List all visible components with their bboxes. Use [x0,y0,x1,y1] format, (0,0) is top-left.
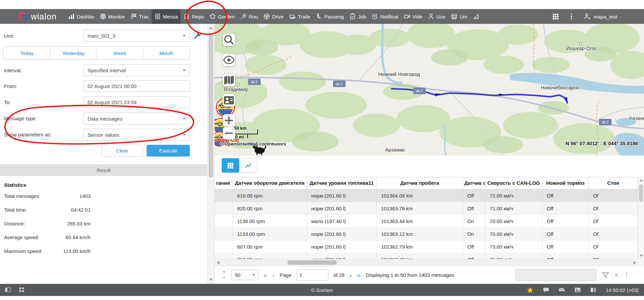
road-badge-m7: M-7 [333,81,345,87]
tab-month[interactable]: Month [143,47,190,59]
map-canvas[interactable]: Йошкар-ОлаНижний НовгородВладимирНовочеб… [215,24,644,156]
chat-icon[interactable] [543,287,549,293]
scroll-left-icon[interactable] [215,259,221,266]
scroll-down-icon[interactable] [640,255,643,257]
nav-item-drivers[interactable]: Drive [261,9,286,24]
scrollbar-thumb[interactable] [287,260,337,265]
to-input[interactable]: 02 August 2021 23:59 [83,96,190,108]
nav-item-jobs[interactable]: Job [346,9,369,24]
top-nav: wialon DashboMonitorTracMessaRepoGeofenR… [0,9,644,24]
table-row[interactable]: 820.00 rpmнорм (201.60 l)101363.76 kmOff… [215,202,638,215]
scroll-up-icon[interactable] [640,179,643,181]
table-view-button[interactable] [222,158,239,173]
drivers-icon [263,13,270,20]
nav-item-reports[interactable]: Repo [180,9,207,24]
map-layers-button[interactable] [223,74,235,86]
nav-item-monitoring[interactable]: Monitor [97,9,128,24]
message-type-value: Data messages [88,116,122,122]
city-marker [237,83,239,86]
layout-icon[interactable] [590,287,597,293]
tab-week[interactable]: Week [97,47,144,59]
scrollbar-thumb[interactable] [639,184,643,202]
table-cell: Off [542,202,589,215]
scroll-down-icon[interactable] [209,278,213,281]
scrollbar-thumb[interactable] [209,33,213,178]
tab-yesterday[interactable]: Yesterday [50,47,97,59]
to-label: To: [4,99,11,105]
table-row[interactable]: 810.00 rpmнорм (201.60 l)101362.40 kmOff… [215,253,638,259]
favorites-star-icon[interactable] [527,287,534,294]
from-input[interactable]: 02 August 2021 00:00 [83,80,190,92]
nav-item-passengers[interactable]: Passeng [313,9,346,24]
column-header[interactable]: Ножной тормоз [542,177,589,189]
apps-grid-icon[interactable] [552,13,559,20]
execute-button[interactable]: Execute [147,145,190,157]
table-cell: норм (201.60 l) [307,202,377,215]
table-vertical-scrollbar[interactable] [638,177,644,259]
first-page-button[interactable]: « [263,271,267,279]
chart-view-button[interactable] [240,158,257,173]
nav-item-tracks[interactable]: Trac [128,9,152,24]
nav-item-users[interactable]: Use [425,9,448,24]
user-menu[interactable]: mapa_test [584,13,617,20]
map-driver-card-button[interactable] [223,94,235,106]
next-page-button[interactable]: › [350,271,352,279]
users-icon [428,13,434,20]
column-header[interactable]: Датчик уровня топлива11 [307,177,377,189]
unit-select[interactable]: mani_001_3 [83,30,190,42]
panel-scrollbar[interactable] [207,24,215,284]
unit-settings-button[interactable] [193,31,202,40]
column-header[interactable]: Датчик о [463,177,485,189]
column-header[interactable]: Датчик оборотов двигателя [233,177,307,189]
clear-button[interactable]: Clear [101,145,143,157]
table-row[interactable]: 1133.00 rpmнорм (201.60 l)101363.12 kmOn… [215,228,638,241]
table-row[interactable]: 1138.00 rpmмало (197.40 l)101363.44 kmOn… [215,215,638,228]
wialon-logo[interactable]: wialon [17,11,57,22]
table-row[interactable]: 610.00 rpmнорм (201.60 l)101364.09 kmOff… [215,189,638,202]
page-size-select[interactable]: 50 [231,270,258,280]
nav-item-video[interactable]: Vide [401,9,425,24]
nav-item-dashboard[interactable]: Dashbo [65,9,97,24]
map-visibility-button[interactable] [223,54,235,66]
table-cell: Off [542,228,589,240]
nav-item-geofences[interactable]: Geofen [207,9,237,24]
page-label: Page [280,272,291,278]
road-badge-m7: M-7 [413,88,426,94]
tab-today[interactable]: Today [4,47,50,59]
more-menu-icon[interactable]: ⋮ [624,271,630,279]
nav-item-routes[interactable]: Rou [237,9,261,24]
page-number-input[interactable] [297,269,328,281]
media-icon[interactable] [574,287,581,293]
scroll-up-icon[interactable] [209,27,213,29]
fit-columns-button[interactable]: ? ↔ [221,271,226,279]
prev-page-button[interactable]: ‹ [272,271,275,279]
table-cell: норм (201.60 l) [307,189,377,202]
mail-send-icon[interactable] [558,287,565,293]
chevron-down-icon [183,134,185,136]
column-header[interactable]: Датчик пробега [377,177,463,189]
column-header[interactable]: Скорость с CAN-LOG [485,177,542,189]
filter-icon[interactable] [601,271,609,279]
column-header[interactable]: гания [215,177,233,189]
nav-item-units[interactable]: Uni [448,9,470,24]
trailers-icon [289,13,296,20]
table-horizontal-scrollbar[interactable] [215,259,638,266]
table-cell: 73.00 км/ч [485,241,542,253]
nav-item-tools[interactable] [470,9,482,24]
last-page-button[interactable]: » [357,271,361,279]
zoom-out-button[interactable] [223,127,235,139]
map-search-button[interactable] [223,34,235,46]
nav-item-messages[interactable]: Messa [152,9,180,24]
column-header[interactable]: Стоя [589,177,638,189]
scroll-right-icon[interactable] [631,259,638,266]
show-params-select[interactable]: Sensor values [83,129,190,141]
nav-item-trailers[interactable]: Traile [286,9,313,24]
table-row[interactable]: 607.00 rpmнорм (201.60 l)101362.79 kmOff… [215,241,638,253]
kebab-menu-icon[interactable] [568,13,575,20]
nav-item-notifications[interactable]: Notificat [369,9,401,24]
messages-icon [154,13,161,20]
interval-select[interactable]: Specified interval [83,64,190,76]
close-icon[interactable]: × [614,271,619,279]
message-type-select[interactable]: Data messages [83,113,190,125]
zoom-in-button[interactable] [223,114,235,127]
